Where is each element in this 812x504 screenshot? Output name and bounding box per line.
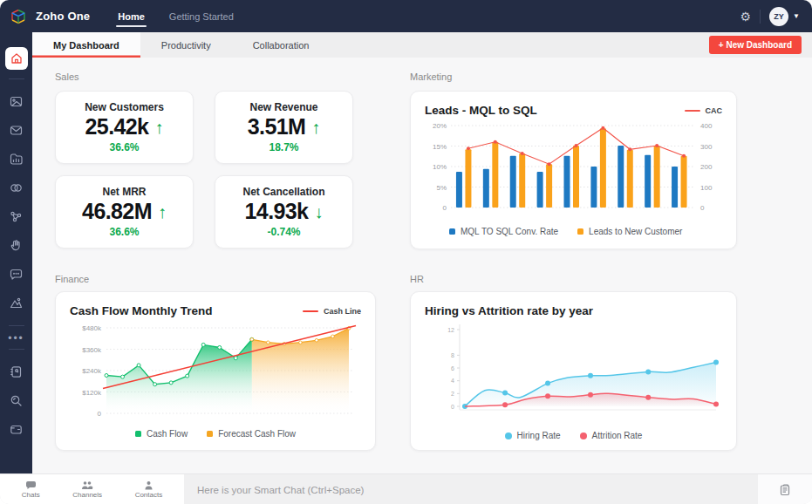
sidebar-item-gallery[interactable] xyxy=(5,91,28,112)
kpi-delta: 18.7% xyxy=(215,141,352,153)
svg-text:5%: 5% xyxy=(436,184,447,192)
sidebar-more-dots[interactable]: ••• xyxy=(8,335,24,342)
bottom-tab-channels[interactable]: Channels xyxy=(72,480,102,499)
tab-productivity[interactable]: Productivity xyxy=(140,32,232,58)
finance-legend: Cash Flow Forecast Cash Flow xyxy=(70,429,361,439)
svg-text:0: 0 xyxy=(443,204,447,212)
chart-title: Cash Flow Monthly Trend xyxy=(70,304,213,317)
avatar[interactable]: ZY xyxy=(769,7,788,26)
pink-dot-swatch xyxy=(580,432,587,439)
zoho-cube-icon xyxy=(10,9,26,24)
svg-text:10%: 10% xyxy=(433,163,447,171)
sidebar-item-mail[interactable] xyxy=(5,119,28,140)
sidebar-item-share[interactable] xyxy=(5,206,28,227)
svg-text:$240k: $240k xyxy=(82,367,102,375)
marketing-legend: MQL TO SQL Conv. Rate Leads to New Custo… xyxy=(425,227,722,236)
kpi-card-net-mrr[interactable]: Net MRR 46.82M↑ 36.6% xyxy=(55,175,194,249)
app-sidebar: ••• xyxy=(0,32,32,473)
channels-icon xyxy=(81,480,93,490)
section-title-marketing: Marketing xyxy=(410,72,452,82)
sidebar-item-reports[interactable] xyxy=(5,148,28,169)
kpi-card-new-customers[interactable]: New Customers 25.42k↑ 36.6% xyxy=(55,91,194,164)
svg-text:200: 200 xyxy=(700,163,713,171)
orange-swatch xyxy=(207,431,213,437)
cac-line-swatch xyxy=(685,110,700,112)
hr-chart-card[interactable]: Hiring vs Attrition rate by year 1286420… xyxy=(410,291,737,451)
sidebar-item-analytics[interactable] xyxy=(5,292,28,313)
sidebar-divider xyxy=(9,325,24,326)
clipboard-icon xyxy=(779,484,791,496)
section-title-finance: Finance xyxy=(55,274,89,284)
arrow-up-icon: ↑ xyxy=(158,203,167,221)
green-swatch xyxy=(135,431,141,437)
svg-text:0: 0 xyxy=(98,410,102,418)
cash-line-swatch xyxy=(303,310,318,312)
new-dashboard-button[interactable]: + New Dashboard xyxy=(709,36,802,54)
top-navbar: Zoho One Home Getting Started ⚙ ZY ▼ xyxy=(0,0,812,32)
brand-title: Zoho One xyxy=(36,10,90,23)
kpi-label: New Customers xyxy=(56,101,193,113)
kpi-delta: -0.74% xyxy=(215,226,352,238)
share-network-icon xyxy=(10,210,23,223)
arrow-up-icon: ↑ xyxy=(154,119,163,136)
tab-my-dashboard[interactable]: My Dashboard xyxy=(32,32,140,58)
chevron-down-icon: ▼ xyxy=(793,12,800,20)
kpi-label: Net MRR xyxy=(56,186,193,198)
tab-collaboration[interactable]: Collaboration xyxy=(232,32,331,58)
nav-item-home[interactable]: Home xyxy=(118,0,145,32)
sidebar-item-wallet[interactable] xyxy=(5,419,28,439)
svg-text:100: 100 xyxy=(700,184,713,192)
svg-text:15%: 15% xyxy=(433,143,447,151)
sidebar-item-notebook[interactable] xyxy=(5,361,28,382)
home-icon xyxy=(10,52,23,65)
contacts-icon xyxy=(144,480,154,490)
zoho-logo[interactable] xyxy=(10,8,27,25)
settings-gear-icon[interactable]: ⚙ xyxy=(740,10,752,23)
sidebar-item-home[interactable] xyxy=(5,47,28,70)
marketing-chart-card[interactable]: Leads - MQL to SQL CAC 20%40015%30010%20… xyxy=(410,91,737,249)
yellow-swatch xyxy=(577,228,583,235)
kpi-value: 46.82M xyxy=(82,199,152,224)
nav-item-getting-started[interactable]: Getting Started xyxy=(169,0,234,32)
kpi-card-new-revenue[interactable]: New Revenue 3.51M↑ 18.7% xyxy=(215,91,353,164)
hiring-attrition-line-chart: 1286420 xyxy=(425,317,724,427)
smart-chat-input[interactable] xyxy=(184,473,758,504)
sidebar-divider xyxy=(9,78,24,79)
sidebar-item-search[interactable] xyxy=(5,390,28,411)
chats-icon xyxy=(25,480,37,490)
gallery-icon xyxy=(10,95,23,108)
sidebar-item-links[interactable] xyxy=(5,177,28,198)
sidebar-divider xyxy=(9,349,24,350)
svg-text:20%: 20% xyxy=(433,122,447,130)
kpi-label: New Revenue xyxy=(215,101,352,113)
cyan-dot-swatch xyxy=(505,432,512,439)
legend-cac: CAC xyxy=(685,106,723,115)
chat-tabs: Chats Channels Contacts xyxy=(0,474,184,504)
svg-text:400: 400 xyxy=(700,122,713,130)
svg-text:$120k: $120k xyxy=(82,389,102,397)
chat-clipboard-button[interactable] xyxy=(758,474,812,504)
kpi-label: Net Cancellation xyxy=(215,186,352,198)
svg-text:$480k: $480k xyxy=(82,324,102,332)
wallet-icon xyxy=(10,423,23,436)
svg-text:300: 300 xyxy=(700,143,713,151)
bottom-tab-chats[interactable]: Chats xyxy=(22,480,40,499)
cash-flow-area-chart: $480k$360k$240k$120k0 xyxy=(70,317,363,426)
dashboard-tabbar: My Dashboard Productivity Collaboration … xyxy=(32,32,812,58)
analytics-mountain-icon xyxy=(10,296,23,310)
arrow-up-icon: ↑ xyxy=(311,119,320,136)
svg-text:12: 12 xyxy=(447,327,454,333)
chart-title: Hiring vs Attrition rate by year xyxy=(425,304,593,317)
topbar-divider xyxy=(760,10,761,24)
sidebar-item-gestures[interactable] xyxy=(5,235,28,255)
bottom-tab-contacts[interactable]: Contacts xyxy=(135,480,163,499)
svg-text:6: 6 xyxy=(451,365,454,371)
smart-chat-input-wrap xyxy=(184,474,758,504)
notebook-icon xyxy=(10,365,23,378)
top-nav: Home Getting Started xyxy=(118,0,234,32)
sidebar-item-chat[interactable] xyxy=(5,263,28,284)
kpi-card-net-cancellation[interactable]: Net Cancellation 14.93k↓ -0.74% xyxy=(215,175,353,249)
section-title-sales: Sales xyxy=(55,72,79,82)
finance-chart-card[interactable]: Cash Flow Monthly Trend Cash Line $480k$… xyxy=(55,291,376,451)
user-menu[interactable]: ZY ▼ xyxy=(769,7,800,26)
